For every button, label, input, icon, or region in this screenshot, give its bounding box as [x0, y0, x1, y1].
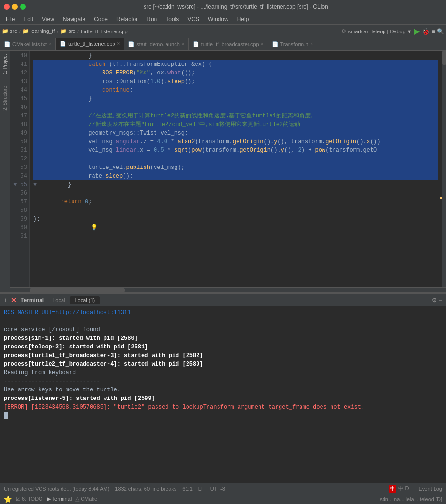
terminal-header: + ✕ Terminal Local Local (1) ⚙ − [0, 293, 446, 306]
panel-project[interactable]: 1: Project [1, 51, 9, 78]
term-line-error: [ERROR] [1523434568.310570685]: "turtle2… [4, 403, 442, 411]
close-terminal-icon[interactable]: ✕ [11, 296, 17, 304]
close-tab-cmakelists[interactable]: × [49, 42, 52, 47]
term-line-2: core service [/rosout] found [4, 326, 442, 334]
term-line-4: process[teleop-2]: started with pid [258… [4, 343, 442, 351]
add-terminal-icon[interactable]: + [4, 297, 7, 304]
term-line-9: Use arrow keys to move the turtle. [4, 386, 442, 394]
tab-transform-h[interactable]: 📄 Transform.h × [268, 38, 318, 50]
menu-edit[interactable]: Edit [20, 15, 37, 23]
code-line-49: geometry_msgs::Twist vel_msg; [33, 129, 438, 137]
run-config-label: ⚙ [342, 28, 346, 34]
menu-run[interactable]: Run [143, 15, 161, 23]
terminal-minimize-icon[interactable]: − [439, 297, 442, 304]
tab-icon-transform: 📄 [272, 41, 279, 47]
window-title: src [~/catkin_ws/src] - .../learning_tf/… [30, 3, 442, 10]
close-button[interactable] [4, 4, 10, 10]
minimize-button[interactable] [12, 4, 18, 10]
code-editor[interactable]: } catch (tf::TransformException &ex) { R… [30, 51, 442, 287]
tab-icon-start-demo: 📄 [128, 41, 135, 47]
event-log[interactable]: Event Log [418, 486, 442, 492]
code-line-42: ROS_ERROR("%s", ex.what()); [33, 69, 438, 77]
tab-local-1[interactable]: Local (1) [70, 296, 100, 304]
terminal-title: Terminal [21, 297, 44, 304]
tab-local[interactable]: Local [48, 296, 70, 304]
close-tab-listener[interactable]: × [117, 41, 120, 46]
h-scrollbar-thumb[interactable] [30, 288, 125, 292]
ime-toggle[interactable]: 中 D [398, 485, 409, 492]
code-line-60: 💡 [33, 223, 438, 232]
close-tab-transform[interactable]: × [310, 42, 313, 47]
code-line-57: return 0; [33, 198, 438, 206]
tab-turtle-tf-listener[interactable]: 📄 turtle_tf_listener.cpp × [56, 38, 124, 50]
tab-icon-broadcaster: 📄 [193, 41, 199, 47]
code-line-48: //新速度发布在主题"turtle2/cmd_vel"中,sim将使用它来更新t… [33, 120, 438, 129]
menu-code[interactable]: Code [90, 15, 112, 23]
close-tab-broadcaster[interactable]: × [261, 42, 264, 47]
run-button[interactable]: ▶ [414, 27, 420, 36]
code-line-59: }; [33, 215, 438, 223]
terminal-settings-icon[interactable]: ⚙ [432, 297, 437, 304]
editor-section: 1: Project 2: Structure 40 41 42 43 44 4… [0, 51, 446, 292]
tab-cmakelists[interactable]: 📄 CMakeLists.txt × [0, 38, 56, 50]
vertical-scrollbar[interactable] [442, 51, 446, 287]
code-line-44: continue; [33, 86, 438, 94]
action-bar: ⭐ ☑ 6: TODO ▶ Terminal △ CMake sdn... na… [0, 494, 446, 504]
code-line-55: ▼ } [33, 180, 438, 189]
code-line-52 [33, 155, 438, 163]
menu-tools[interactable]: Tools [162, 15, 183, 23]
breadcrumb-learning-tf[interactable]: 📁 learning_tf [22, 28, 55, 34]
search-button[interactable]: 🔍 [437, 28, 444, 35]
menu-window[interactable]: Window [204, 15, 232, 23]
term-line-8: ---------------------------- [4, 377, 442, 386]
term-line-5: process[turtle1_tf_broadcaster-3]: start… [4, 351, 442, 360]
tab-start-demo[interactable]: 📄 start_demo.launch × [124, 38, 188, 50]
editor-and-scrollbar: 40 41 42 43 44 45 46 47 48 49 50 51 52 5… [10, 51, 446, 287]
action-todo[interactable]: ☑ 6: TODO [16, 496, 43, 502]
panel-structure[interactable]: 2: Structure [1, 82, 9, 115]
terminal-icon: ▶ [47, 496, 51, 502]
code-line-50: vel_msg.angular.z = 4.0 * atan2(transfor… [33, 137, 438, 146]
editor-content: 40 41 42 43 44 45 46 47 48 49 50 51 52 5… [10, 51, 446, 292]
breadcrumb-file[interactable]: turtle_tf_listener.cpp [81, 29, 127, 34]
line-ending: LF [198, 486, 205, 492]
favorites-icon[interactable]: ⭐ [4, 495, 12, 503]
breadcrumb-src[interactable]: 📁 src [2, 28, 17, 34]
term-line-6: process[turtle2_tf_broadcaster-4]: start… [4, 360, 442, 368]
scrollbar-thumb[interactable] [442, 51, 446, 65]
code-line-40: } [33, 52, 438, 60]
menu-view[interactable]: View [38, 15, 58, 23]
menu-vcs[interactable]: VCS [184, 15, 203, 23]
debug-button[interactable]: 🐞 [422, 28, 430, 35]
term-line-7: Reading from keyboard [4, 368, 442, 377]
action-cmake[interactable]: △ CMake [75, 496, 97, 502]
menu-refactor[interactable]: Refactor [113, 15, 142, 23]
tab-broadcaster[interactable]: 📄 turtle_tf_broadcaster.cpp × [189, 38, 268, 50]
tab-icon-listener: 📄 [60, 41, 66, 47]
breadcrumb-src2[interactable]: 📁 src [60, 28, 75, 34]
stop-button[interactable]: ■ [432, 28, 435, 35]
run-config-name[interactable]: smartcar_teleop | Debug ▼ [348, 29, 412, 34]
close-tab-start-demo[interactable]: × [182, 42, 185, 47]
term-line-10: process[listener-5]: started with pid [2… [4, 394, 442, 403]
cursor-position: 61:1 [182, 486, 192, 492]
action-terminal[interactable]: ▶ Terminal [47, 496, 72, 502]
menu-bar: File Edit View Navigate Code Refactor Ru… [0, 13, 446, 25]
menu-file[interactable]: File [2, 15, 19, 23]
horizontal-scrollbar[interactable] [10, 287, 446, 292]
terminal-output[interactable]: ROS_MASTER_URI=http://localhost:11311 co… [0, 306, 446, 483]
maximize-button[interactable] [20, 4, 26, 10]
cmake-icon: △ [75, 496, 79, 502]
toolbar-right: ⚙ smartcar_teleop | Debug ▼ ▶ 🐞 ■ 🔍 [342, 27, 444, 36]
ime-icon[interactable]: 中 [389, 485, 396, 493]
terminal-tabs: Local Local (1) [48, 296, 100, 304]
code-line-51: vel_msg.linear.x = 0.5 * sqrt(pow(transf… [33, 146, 438, 155]
terminal-actions: ⚙ − [432, 297, 442, 304]
menu-navigate[interactable]: Navigate [59, 15, 89, 23]
menu-help[interactable]: Help [233, 15, 253, 23]
vcs-status[interactable]: Unregistered VCS roots de... (today 8:44… [4, 486, 109, 492]
code-line-47: //在这里,变换用于计算turtle2的新的线性和角速度,基于它鱼turtle1… [33, 112, 438, 120]
code-line-53: turtle_vel.publish(vel_msg); [33, 163, 438, 172]
tab-icon-cmakelists: 📄 [4, 41, 10, 47]
term-line-cursor [4, 411, 442, 420]
